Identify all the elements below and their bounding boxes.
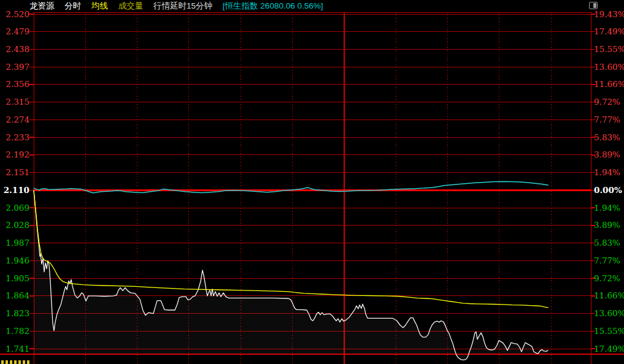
left-price-label: 2.520 [6, 9, 29, 19]
average-price-line [34, 191, 548, 308]
panel-toggle-icon[interactable] [589, 2, 598, 9]
left-price-label: 2.110 [4, 185, 29, 195]
stock-app-window: 龙资源 分时 均线 成交量 行情延时15分钟 [恒生指数 26080.06 0.… [0, 0, 624, 364]
left-price-label: 2.274 [6, 115, 29, 124]
hang-seng-index-ticker[interactable]: [恒生指数 26080.06 0.56%] [223, 1, 323, 10]
left-price-label: 2.192 [6, 150, 29, 159]
right-percent-label: 15.55% [594, 326, 624, 336]
right-percent-label: 5.83% [594, 132, 620, 142]
quote-delay-notice: 行情延时15分钟 [153, 1, 212, 10]
right-percent-label: 13.60% [594, 62, 624, 72]
stock-name: 龙资源 [29, 1, 55, 10]
left-price-label: 1.823 [6, 308, 29, 318]
left-price-label: 2.397 [6, 62, 29, 72]
left-price-label: 1.946 [6, 256, 29, 265]
right-percent-label: 5.83% [594, 238, 620, 248]
right-percent-label: 7.77% [594, 256, 620, 265]
left-price-label: 2.479 [6, 26, 29, 36]
tab-volume[interactable]: 成交量 [118, 1, 144, 10]
price-area-fill [34, 190, 548, 360]
right-percent-label: 1.94% [594, 167, 620, 177]
intraday-chart-canvas[interactable]: 2.52019.43%2.47917.49%2.43815.55%2.39713… [0, 0, 624, 364]
left-price-label: 2.233 [6, 132, 29, 142]
right-percent-label: 17.49% [594, 344, 624, 354]
left-price-label: 2.069 [6, 203, 29, 213]
right-percent-label: 3.89% [594, 150, 620, 159]
hang-seng-index-line [34, 181, 548, 193]
left-price-label: 2.356 [6, 79, 29, 89]
right-percent-label: 11.66% [594, 290, 624, 300]
left-price-label: 2.151 [6, 167, 29, 177]
right-percent-label: 1.94% [594, 203, 620, 213]
left-price-label: 1.864 [6, 290, 29, 300]
right-percent-label: 9.72% [594, 97, 620, 107]
clipped-volume-scale-text [1, 360, 29, 364]
right-percent-label: 9.72% [594, 273, 620, 283]
right-percent-label: 17.49% [594, 26, 624, 36]
left-price-label: 1.987 [6, 238, 29, 248]
tab-minute-chart[interactable]: 分时 [64, 1, 81, 10]
left-price-label: 1.782 [6, 326, 29, 336]
right-percent-label: 15.55% [594, 44, 624, 54]
right-percent-label: 19.43% [594, 9, 624, 19]
right-percent-label: 13.60% [594, 308, 624, 318]
right-percent-label: 3.89% [594, 220, 620, 230]
left-price-label: 2.315 [6, 97, 29, 107]
left-price-label: 2.438 [6, 44, 29, 54]
right-percent-label: 11.66% [594, 79, 624, 89]
tab-moving-average[interactable]: 均线 [91, 1, 108, 10]
right-percent-label: 7.77% [594, 115, 620, 124]
chart-title-bar: 龙资源 分时 均线 成交量 行情延时15分钟 [恒生指数 26080.06 0.… [29, 1, 331, 12]
left-price-label: 1.905 [6, 273, 29, 283]
right-percent-label: 0.00% [594, 185, 622, 195]
left-price-label: 1.741 [6, 344, 29, 354]
left-price-label: 2.028 [6, 220, 29, 230]
